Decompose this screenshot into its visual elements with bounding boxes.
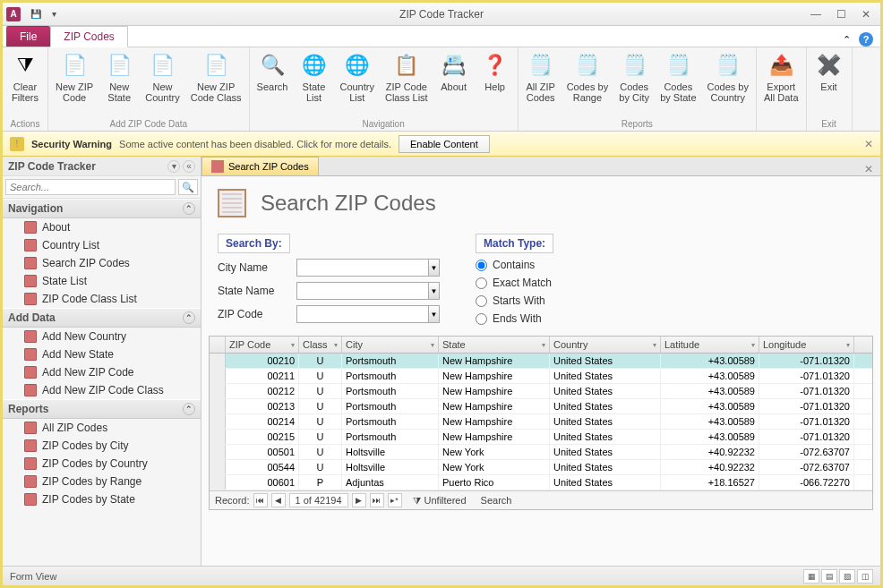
cell[interactable]: 00211 [226, 369, 299, 383]
cell[interactable]: -071.01320 [759, 430, 854, 444]
export-all-button[interactable]: 📤Export All Data [760, 49, 802, 127]
cell[interactable]: Adjuntas [342, 475, 439, 490]
navitem-zip-codes-by-state[interactable]: ZIP Codes by State [3, 490, 201, 508]
doctab-close-icon[interactable]: ✕ [857, 163, 880, 175]
cell[interactable]: +43.00589 [661, 369, 759, 383]
cell[interactable]: +18.16527 [661, 475, 759, 490]
by-range-button[interactable]: 🗒️Codes by Range [563, 49, 612, 117]
table-row[interactable]: 00212UPortsmouthNew HampshireUnited Stat… [210, 384, 872, 399]
chevron-down-icon[interactable]: ▾ [542, 341, 545, 349]
cell[interactable]: U [299, 369, 342, 383]
navitem-add-new-zip-code[interactable]: Add New ZIP Code [3, 363, 201, 381]
security-message[interactable]: Some active content has been disabled. C… [119, 139, 391, 149]
search-button[interactable]: 🔍Search [253, 49, 292, 117]
navgroup-navigation[interactable]: Navigation⌃ [3, 199, 201, 218]
col-country[interactable]: Country▾ [550, 337, 661, 353]
cell[interactable]: 00215 [226, 430, 299, 444]
chevron-down-icon[interactable]: ▾ [846, 341, 850, 349]
cell[interactable]: -071.01320 [759, 384, 854, 398]
new-country-button[interactable]: 📄New Country [141, 49, 184, 117]
cell[interactable]: U [299, 445, 342, 459]
row-selector[interactable] [210, 354, 226, 368]
cell[interactable]: New Hampshire [439, 369, 550, 383]
class-list-button[interactable]: 📋ZIP Code Class List [381, 49, 432, 117]
navitem-add-new-state[interactable]: Add New State [3, 345, 201, 363]
row-selector[interactable] [210, 460, 226, 474]
table-row[interactable]: 00210UPortsmouthNew HampshireUnited Stat… [210, 354, 872, 369]
chevron-down-icon[interactable]: ▾ [334, 341, 338, 349]
cell[interactable]: Holtsville [342, 460, 439, 474]
cell[interactable]: U [299, 430, 342, 444]
cell[interactable]: Portsmouth [342, 369, 439, 383]
zip-code-input[interactable] [297, 306, 428, 322]
navitem-about[interactable]: About [3, 218, 201, 236]
navitem-add-new-zip-code-class[interactable]: Add New ZIP Code Class [3, 381, 201, 399]
cell[interactable]: 00501 [226, 445, 299, 459]
cell[interactable]: United States [550, 369, 661, 383]
navpane-header[interactable]: ZIP Code Tracker ▾ « [3, 157, 201, 176]
cell[interactable]: New Hampshire [439, 354, 550, 368]
row-selector[interactable] [210, 430, 226, 444]
cell[interactable]: United States [550, 445, 661, 459]
tab-zip-codes[interactable]: ZIP Codes [50, 26, 127, 47]
ribbon-minimize-icon[interactable]: ⌃ [839, 32, 853, 47]
collapse-icon[interactable]: ⌃ [183, 403, 195, 415]
by-city-button[interactable]: 🗒️Codes by City [615, 49, 653, 117]
navpane-search-input[interactable] [5, 179, 176, 195]
cell[interactable]: New Hampshire [439, 384, 550, 398]
radio-contains[interactable]: Contains [476, 259, 553, 271]
cell[interactable]: Portsmouth [342, 399, 439, 413]
cell[interactable]: 00212 [226, 384, 299, 398]
doctab-search-zip[interactable]: Search ZIP Codes [201, 157, 319, 175]
cell[interactable]: Holtsville [342, 445, 439, 459]
row-selector[interactable] [210, 475, 226, 490]
enable-content-button[interactable]: Enable Content [399, 135, 490, 153]
cell[interactable]: United States [550, 384, 661, 398]
col-longitude[interactable]: Longitude▾ [759, 337, 854, 353]
cell[interactable]: U [299, 414, 342, 429]
radio-exact[interactable]: Exact Match [476, 277, 553, 289]
chevron-down-icon[interactable]: ▾ [291, 341, 295, 349]
select-all-cell[interactable] [210, 337, 226, 353]
help-button[interactable]: ❓Help [476, 49, 514, 117]
navgroup-add-data[interactable]: Add Data⌃ [3, 308, 201, 328]
navpane-search-icon[interactable]: 🔍 [178, 179, 198, 195]
navitem-zip-code-class-list[interactable]: ZIP Code Class List [3, 290, 201, 308]
layout-view-button[interactable]: ▧ [839, 569, 855, 584]
chevron-down-icon[interactable]: ▾ [167, 160, 180, 173]
cell[interactable]: +43.00589 [661, 414, 759, 429]
new-state-button[interactable]: 📄New State [100, 49, 138, 117]
state-name-combo[interactable]: ▼ [296, 282, 440, 300]
cell[interactable]: +43.00589 [661, 384, 759, 398]
record-search-label[interactable]: Search [481, 495, 512, 506]
by-country-button[interactable]: 🗒️Codes by Country [704, 49, 752, 117]
navitem-country-list[interactable]: Country List [3, 236, 201, 254]
cell[interactable]: Portsmouth [342, 414, 439, 429]
last-record-button[interactable]: ⏭ [370, 493, 384, 507]
tab-file[interactable]: File [6, 26, 50, 47]
cell[interactable]: United States [550, 430, 661, 444]
cell[interactable]: United States [550, 354, 661, 368]
cell[interactable]: +40.92232 [661, 445, 759, 459]
table-row[interactable]: 00601PAdjuntasPuerto RicoUnited States+1… [210, 475, 872, 490]
navitem-zip-codes-by-city[interactable]: ZIP Codes by City [3, 437, 201, 455]
about-button[interactable]: 📇About [435, 49, 473, 117]
zip-code-combo[interactable]: ▼ [296, 305, 440, 323]
cell[interactable]: -072.63707 [759, 445, 854, 459]
cell[interactable]: -071.01320 [759, 414, 854, 429]
datasheet-view-button[interactable]: ▤ [821, 569, 837, 584]
qat-dropdown-icon[interactable]: ▾ [46, 6, 62, 22]
by-state-button[interactable]: 🗒️Codes by State [656, 49, 699, 117]
col-latitude[interactable]: Latitude▾ [661, 337, 759, 353]
security-close-icon[interactable]: ✕ [864, 138, 873, 150]
all-zip-button[interactable]: 🗒️All ZIP Codes [522, 49, 560, 117]
navitem-zip-codes-by-country[interactable]: ZIP Codes by Country [3, 455, 201, 473]
cell[interactable]: 00544 [226, 460, 299, 474]
close-button[interactable]: ✕ [859, 8, 873, 21]
state-list-button[interactable]: 🌐State List [295, 49, 332, 117]
cell[interactable]: -072.63707 [759, 460, 854, 474]
cell[interactable]: United States [550, 460, 661, 474]
col-state[interactable]: State▾ [439, 337, 550, 353]
cell[interactable]: New Hampshire [439, 430, 550, 444]
navitem-add-new-country[interactable]: Add New Country [3, 328, 201, 345]
